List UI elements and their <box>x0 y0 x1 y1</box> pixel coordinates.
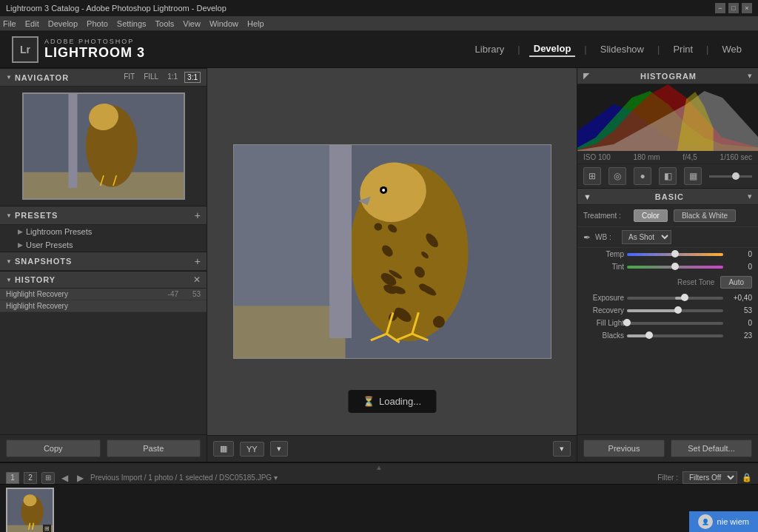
treatment-label: Treatment : <box>583 212 628 220</box>
tool-strip-slider <box>709 175 752 178</box>
set-default-button[interactable]: Set Default... <box>671 440 752 457</box>
auto-tone-button[interactable]: Auto <box>720 276 752 289</box>
bw-button[interactable]: Black & White <box>674 209 736 222</box>
temp-slider-track[interactable] <box>627 253 723 256</box>
menu-view[interactable]: View <box>183 19 201 28</box>
history-item-1[interactable]: Highlight Recovery <box>0 300 207 312</box>
navigator-header[interactable]: ▼ Navigator FIT FILL 1:1 3:1 <box>0 69 207 87</box>
brush-tool[interactable]: ◧ <box>659 167 677 185</box>
snapshots-triangle: ▼ <box>6 258 12 265</box>
menubar: File Edit Develop Photo Settings Tools V… <box>0 16 758 31</box>
preset-lightroom[interactable]: ▶ Lightroom Presets <box>0 225 207 238</box>
fill-light-slider-track[interactable] <box>627 322 723 325</box>
treatment-row: Treatment : Color Black & White <box>577 205 758 227</box>
navigator-triangle: ▼ <box>6 74 12 81</box>
presets-header[interactable]: ▼ Presets + <box>0 206 207 225</box>
dropdown-button[interactable]: ▾ <box>270 441 288 457</box>
menu-help[interactable]: Help <box>247 19 264 28</box>
navigator-title: Navigator <box>15 73 121 82</box>
history-item-0[interactable]: Highlight Recovery -47 53 <box>0 289 207 300</box>
history-header[interactable]: ▼ History ✕ <box>0 272 207 289</box>
lr3-text: LIGHTROOM 3 <box>44 45 145 61</box>
page1-button[interactable]: 1 <box>6 472 19 484</box>
heal-tool[interactable]: ◎ <box>608 167 626 185</box>
maximize-button[interactable]: □ <box>728 3 739 13</box>
eyedropper-icon[interactable]: ✒ <box>583 232 591 243</box>
zoom-fill[interactable]: FILL <box>141 72 161 83</box>
histogram-left-icon[interactable]: ◤ <box>583 71 589 81</box>
film-thumb-0[interactable]: ⊞ <box>6 488 54 532</box>
blacks-slider-track[interactable] <box>627 334 723 337</box>
history-list: Highlight Recovery -47 53 Highlight Reco… <box>0 289 207 312</box>
right-panel: ◤ Histogram ▾ ISO 100 180 mm f/4,5 1/160… <box>577 68 758 462</box>
recovery-slider-row: Recovery 53 <box>577 304 758 317</box>
menu-file[interactable]: File <box>3 19 16 28</box>
nav-slideshow[interactable]: Slideshow <box>596 42 648 56</box>
zoom-1to1[interactable]: 1:1 <box>165 72 180 83</box>
chat-username: nie wiem <box>717 517 749 526</box>
paste-button[interactable]: Paste <box>107 440 201 457</box>
toolbar-expand-button[interactable]: ▾ <box>553 441 571 457</box>
color-button[interactable]: Color <box>634 209 668 222</box>
nav-sep4: | <box>702 42 713 56</box>
history-close-icon[interactable]: ✕ <box>193 275 201 285</box>
menu-settings[interactable]: Settings <box>117 19 147 28</box>
filter-select[interactable]: Filters Off <box>682 471 737 484</box>
histogram-expand-icon[interactable]: ▾ <box>748 71 752 81</box>
tint-slider-track[interactable] <box>627 266 723 269</box>
menu-edit[interactable]: Edit <box>25 19 39 28</box>
fill-light-slider-thumb[interactable] <box>623 319 631 326</box>
exposure-value: +0,40 <box>726 294 752 302</box>
copy-button[interactable]: Copy <box>6 440 101 457</box>
menu-window[interactable]: Window <box>209 19 238 28</box>
filter-label: Filter : <box>657 474 678 482</box>
nav-library[interactable]: Library <box>471 42 509 56</box>
previous-button[interactable]: Previous <box>583 440 665 457</box>
snapshots-header[interactable]: ▼ Snapshots + <box>0 252 207 271</box>
blacks-slider-thumb[interactable] <box>645 331 653 339</box>
zoom-3to1[interactable]: 3:1 <box>184 72 201 83</box>
lock-icon[interactable]: 🔒 <box>742 473 752 482</box>
preset-user[interactable]: ▶ User Presets <box>0 238 207 252</box>
add-snapshot-icon[interactable]: + <box>195 255 201 267</box>
temp-slider-thumb[interactable] <box>671 250 679 257</box>
tint-slider-thumb[interactable] <box>671 263 679 270</box>
tint-value: 0 <box>726 263 752 271</box>
nav-print[interactable]: Print <box>668 42 697 56</box>
crop-tool[interactable]: ⊞ <box>583 167 601 185</box>
back-arrow[interactable]: ◀ <box>59 473 70 483</box>
redeye-tool[interactable]: ● <box>634 167 651 185</box>
top-navigation: Lr ADOBE PHOTOSHOP LIGHTROOM 3 Library |… <box>0 31 758 68</box>
wb-select[interactable]: As Shot Auto Daylight <box>622 230 671 244</box>
fill-light-label: Fill Light <box>583 319 624 327</box>
menu-photo[interactable]: Photo <box>87 19 108 28</box>
tool-slider-track[interactable] <box>709 175 752 178</box>
grid-icon[interactable]: ⊞ <box>41 472 55 484</box>
zoom-fit[interactable]: FIT <box>121 72 137 83</box>
recovery-slider-thumb[interactable] <box>674 306 682 314</box>
exposure-slider-track[interactable] <box>627 297 723 300</box>
grid-view-button[interactable]: ▦ <box>213 441 234 457</box>
recovery-slider-fill <box>627 309 678 312</box>
loading-text: Loading... <box>379 396 421 407</box>
add-preset-icon[interactable]: + <box>195 209 201 221</box>
logo-box: Lr <box>12 36 38 63</box>
meta-shutter: 1/160 sec <box>720 153 752 161</box>
gradient-tool[interactable]: ▦ <box>684 167 702 185</box>
forward-arrow[interactable]: ▶ <box>75 473 86 483</box>
close-button[interactable]: × <box>742 3 752 13</box>
window-controls: − □ × <box>715 3 752 13</box>
menu-tools[interactable]: Tools <box>155 19 175 28</box>
nav-web[interactable]: Web <box>718 42 747 56</box>
basic-header[interactable]: ▼ Basic ▾ <box>577 189 758 205</box>
recovery-slider-track[interactable] <box>627 309 723 312</box>
minimize-button[interactable]: − <box>715 3 725 13</box>
page2-button[interactable]: 2 <box>24 472 37 484</box>
main-layout: Lr ADOBE PHOTOSHOP LIGHTROOM 3 Library |… <box>0 31 758 532</box>
yt-button[interactable]: YY <box>240 442 264 457</box>
nav-develop[interactable]: Develop <box>529 41 576 57</box>
chat-bar[interactable]: 👤 nie wiem <box>689 511 758 532</box>
center-panel: ⏳ Loading... ▦ YY ▾ ▾ <box>207 68 577 462</box>
exposure-slider-thumb[interactable] <box>681 294 688 301</box>
menu-develop[interactable]: Develop <box>48 19 78 28</box>
